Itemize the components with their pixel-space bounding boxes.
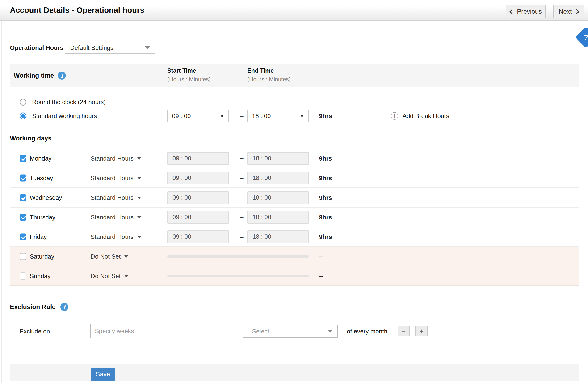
end-time-title: End Time [247,67,291,74]
day-mode-dropdown[interactable]: Do Not Set [91,247,128,266]
end-time-value: 18 : 00 [252,113,271,120]
standard-hours-option: Standard working hours [20,113,97,120]
day-end-field: 18 : 00 [247,211,309,224]
dropdown-arrow-icon [124,255,128,258]
day-start-field: 09 : 00 [167,152,229,165]
day-mode-label: Do Not Set [91,253,121,260]
standard-hours-option-row: Standard working hours 09 : 00 – 18 : 00… [10,109,579,123]
start-time-column-header: Start Time (Hours : Minutes) [167,67,211,83]
day-range-dash: – [236,213,247,221]
next-button[interactable]: Next [553,5,585,18]
previous-button[interactable]: Previous [506,5,546,18]
info-icon[interactable]: i [58,71,66,80]
day-duration: 9hrs [319,174,332,181]
next-button-label: Next [559,8,572,15]
operational-hours-page: Account Details - Operational hours Prev… [0,0,588,383]
day-label: Tuesday [30,168,53,188]
day-label: Sunday [30,266,50,286]
previous-button-label: Previous [517,8,542,15]
remove-rule-button[interactable]: – [398,326,410,337]
question-mark-icon: ? [584,33,588,42]
start-time-value: 09 : 00 [172,113,191,120]
day-mode-label: Standard Hours [91,175,134,182]
day-mode-label: Standard Hours [91,194,134,202]
day-end-field: 18 : 00 [247,152,309,165]
day-range-dash: – [236,174,247,182]
standard-hours-radio[interactable] [20,113,26,119]
day-start-field: 09 : 00 [167,191,229,204]
specify-weeks-input[interactable] [90,324,233,338]
day-label: Thursday [30,207,55,227]
working-day-row: Friday Standard Hours 09 : 00 – 18 : 00 … [10,227,579,247]
day-mode-label: Do Not Set [91,272,121,280]
start-time-dropdown[interactable]: 09 : 00 [167,110,229,122]
day-duration: 9hrs [319,213,332,221]
day-mode-label: Standard Hours [91,233,134,241]
day-mode-dropdown[interactable]: Do Not Set [91,266,128,286]
round-the-clock-option: Round the clock (24 hours) [10,96,579,108]
working-day-row: Saturday Do Not Set -- [10,247,579,266]
day-start-field: 09 : 00 [167,230,229,243]
start-time-unit-hint: (Hours : Minutes) [167,76,211,83]
total-hours-value: 9hrs [319,109,332,123]
dropdown-arrow-icon [137,216,141,219]
day-checkbox[interactable] [20,233,26,240]
plus-circle-icon: + [391,112,398,120]
dropdown-arrow-icon [328,330,333,333]
day-checkbox[interactable] [20,194,26,201]
add-rule-button[interactable]: + [415,326,428,337]
day-mode-label: Standard Hours [91,214,134,221]
day-mode-dropdown[interactable]: Standard Hours [91,168,141,188]
day-end-field: 18 : 00 [247,172,309,184]
day-duration: 9hrs [319,233,332,240]
dropdown-arrow-icon [137,236,141,238]
footer-bar: Save [10,364,579,381]
day-mode-dropdown[interactable]: Standard Hours [91,149,141,168]
working-days-title: Working days [10,135,579,142]
save-button[interactable]: Save [91,368,115,381]
day-duration: -- [319,253,323,260]
day-checkbox[interactable] [20,214,26,221]
day-range-dash: – [236,155,247,162]
end-time-dropdown[interactable]: 18 : 00 [247,110,309,122]
working-time-title: Working time i [14,71,66,80]
dropdown-arrow-icon [145,46,150,49]
working-day-row: Wednesday Standard Hours 09 : 00 – 18 : … [10,188,579,207]
round-the-clock-radio[interactable] [20,99,26,106]
dropdown-arrow-icon [137,177,141,180]
end-time-column-header: End Time (Hours : Minutes) [247,67,291,83]
plus-icon: + [420,328,423,335]
day-mode-dropdown[interactable]: Standard Hours [91,188,141,207]
working-time-header-band: Working time i Start Time (Hours : Minut… [10,65,579,87]
dropdown-arrow-icon [220,114,224,117]
working-day-row: Monday Standard Hours 09 : 00 – 18 : 00 … [10,149,579,168]
operational-hours-value: Default Settings [70,44,113,51]
day-mode-dropdown[interactable]: Standard Hours [91,227,141,247]
dropdown-arrow-icon [137,197,141,199]
standard-hours-label: Standard working hours [32,113,97,120]
operational-hours-row: Operational Hours Default Settings [10,42,579,54]
week-day-select-value: --Select-- [248,328,273,335]
week-day-select-dropdown[interactable]: --Select-- [243,325,338,338]
day-checkbox[interactable] [20,272,26,279]
main-content: Operational Hours Default Settings Worki… [10,42,579,381]
disabled-time-bar [167,275,309,277]
info-icon[interactable]: i [60,303,68,311]
day-mode-dropdown[interactable]: Standard Hours [91,207,141,227]
page-header: Account Details - Operational hours Prev… [0,0,588,21]
day-start-field: 09 : 00 [167,172,229,184]
working-day-row: Tuesday Standard Hours 09 : 00 – 18 : 00… [10,168,579,188]
start-time-title: Start Time [167,67,211,74]
day-label: Friday [30,227,47,247]
add-break-hours-button[interactable]: + Add Break Hours [391,109,449,123]
add-break-hours-label: Add Break Hours [402,113,449,120]
day-end-field: 18 : 00 [247,230,309,243]
operational-hours-dropdown[interactable]: Default Settings [65,42,155,54]
chevron-left-icon [509,9,514,14]
day-range-dash: – [236,194,247,202]
day-checkbox[interactable] [20,155,26,162]
working-day-row: Thursday Standard Hours 09 : 00 – 18 : 0… [10,207,579,227]
day-checkbox[interactable] [20,175,26,181]
day-checkbox[interactable] [20,253,26,260]
of-every-month-label: of every month [347,324,387,339]
